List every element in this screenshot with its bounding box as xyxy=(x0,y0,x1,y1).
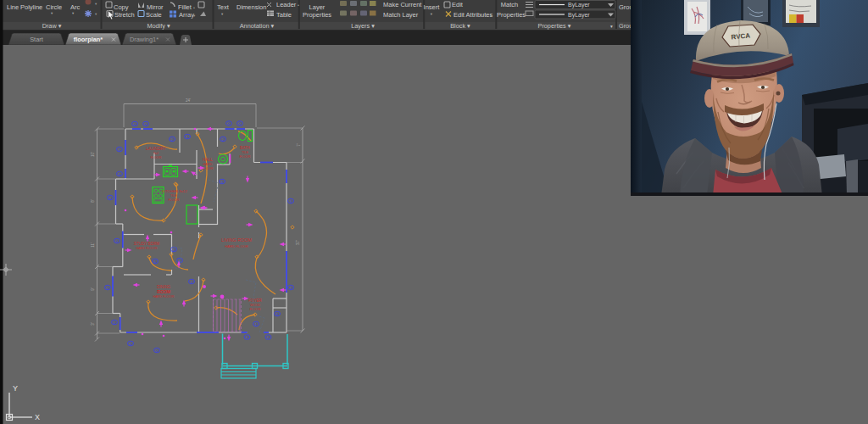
svg-text:Scale: Scale xyxy=(146,11,162,19)
svg-text:Line: Line xyxy=(7,3,19,11)
svg-text:9': 9' xyxy=(91,287,95,291)
svg-text:Table: Table xyxy=(276,11,292,19)
svg-text:KITCHEN 9x12: KITCHEN 9x12 xyxy=(162,189,188,193)
svg-text:Properties ▾: Properties ▾ xyxy=(538,22,571,30)
svg-text:Stretch: Stretch xyxy=(114,11,135,19)
svg-text:Match: Match xyxy=(501,1,518,8)
svg-text:Circle: Circle xyxy=(46,3,62,11)
svg-text:•: • xyxy=(298,3,299,8)
svg-text:9x2: 9x2 xyxy=(153,152,159,155)
svg-text:3': 3' xyxy=(91,322,95,326)
svg-text:Y: Y xyxy=(13,384,18,393)
svg-text:floorplan*: floorplan* xyxy=(74,36,103,43)
svg-text:Properties: Properties xyxy=(497,11,526,19)
svg-text:Make Current: Make Current xyxy=(383,1,422,8)
svg-text:Layers ▾: Layers ▾ xyxy=(351,22,375,30)
svg-text:7': 7' xyxy=(297,143,301,147)
svg-text:TILE: TILE xyxy=(242,151,248,154)
svg-text:▾: ▾ xyxy=(610,24,613,29)
svg-text:ByLayer: ByLayer xyxy=(568,2,590,8)
svg-text:ROOM: ROOM xyxy=(157,289,170,294)
svg-text:Array: Array xyxy=(179,11,194,19)
svg-text:11': 11' xyxy=(91,243,95,248)
svg-text:Properties: Properties xyxy=(303,11,331,19)
svg-text:FOYER: FOYER xyxy=(248,298,263,303)
svg-text:FLOOR: FLOOR xyxy=(249,308,260,311)
svg-text:Start: Start xyxy=(30,36,43,43)
svg-text:FLOOR: FLOOR xyxy=(150,156,161,159)
svg-text:Dimension: Dimension xyxy=(236,3,266,11)
svg-text:HARD FLOOR: HARD FLOOR xyxy=(225,244,248,248)
svg-text:FLOOR: FLOOR xyxy=(239,155,250,159)
svg-text:Match Layer: Match Layer xyxy=(383,11,419,19)
svg-text:Text: Text xyxy=(217,3,230,11)
svg-text:ByLayer: ByLayer xyxy=(568,12,590,19)
svg-text:X: X xyxy=(35,413,40,421)
svg-text:TILE: TILE xyxy=(170,194,177,198)
svg-text:37': 37' xyxy=(296,240,300,245)
svg-text:Block ▾: Block ▾ xyxy=(450,22,470,30)
svg-text:Edit: Edit xyxy=(452,1,464,8)
svg-text:HARD FLOOR: HARD FLOOR xyxy=(136,247,158,250)
svg-text:LIVING ROOM: LIVING ROOM xyxy=(221,237,252,243)
svg-text:8': 8' xyxy=(91,199,95,203)
svg-text:Edit Attributes: Edit Attributes xyxy=(453,11,493,19)
svg-text:Annotation ▾: Annotation ▾ xyxy=(240,22,275,30)
svg-text:HARD FLOOR: HARD FLOOR xyxy=(153,295,175,298)
svg-text:WOOD: WOOD xyxy=(250,304,260,307)
svg-text:•: • xyxy=(193,5,195,10)
svg-text:Leader: Leader xyxy=(276,1,297,8)
svg-text:Insert: Insert xyxy=(424,3,441,11)
svg-text:Polyline: Polyline xyxy=(20,3,42,11)
svg-text:BATH: BATH xyxy=(240,146,250,150)
svg-text:10': 10' xyxy=(91,152,95,157)
svg-text:HALL: HALL xyxy=(203,158,213,162)
svg-text:Draw ▾: Draw ▾ xyxy=(42,22,62,30)
svg-text:HARD: HARD xyxy=(203,163,213,166)
svg-text:STUDY BDRM: STUDY BDRM xyxy=(134,242,159,246)
svg-text:LAUNDRY: LAUNDRY xyxy=(146,146,166,151)
svg-text:Modify ▾: Modify ▾ xyxy=(147,22,170,30)
svg-text:Grou: Grou xyxy=(619,22,632,30)
svg-text:24': 24' xyxy=(186,98,191,103)
svg-text:Drawing1*: Drawing1* xyxy=(130,36,159,43)
svg-text:FLOOR: FLOOR xyxy=(168,198,179,202)
